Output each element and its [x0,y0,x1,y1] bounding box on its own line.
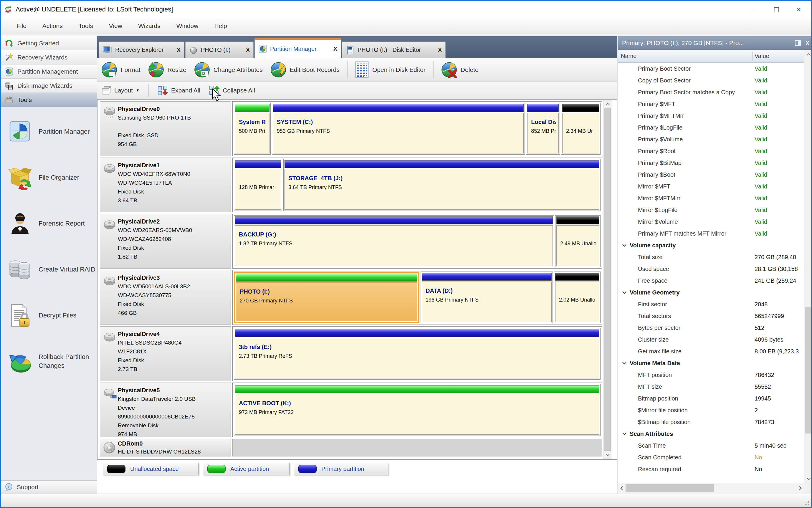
menu-window[interactable]: Window [168,18,207,34]
prop-section-scan-attributes[interactable]: Scan Attributes [618,428,805,440]
scroll-up-icon[interactable] [604,100,611,108]
tab-recovery-explorer[interactable]: Recovery ExplorerX [99,42,184,58]
tool-item-create-virtual-raid[interactable]: Create Virtual RAID [1,254,97,285]
prop-row-rescan-required[interactable]: Rescan requiredNo [618,463,805,475]
scroll-left-icon[interactable] [618,483,626,493]
prop-row-free-space[interactable]: Free space241 GB (259,24 [618,275,805,287]
edit-boot-records-button[interactable]: Edit Boot Records [270,62,340,78]
tab-photo-i-disk-editor[interactable]: PHOTO (I:) - Disk EditorX [342,42,445,58]
menu-wizards[interactable]: Wizards [130,18,168,34]
expand-all-button[interactable]: Expand All [158,85,200,95]
tab-photo-i[interactable]: PHOTO (I:)X [185,42,254,58]
drive-info[interactable]: PhysicalDrive2WDC WD20EARS-00MVWB0WD-WCA… [100,214,231,268]
scrollbar-thumb[interactable] [805,307,812,433]
scroll-down-icon[interactable] [804,475,812,482]
sidebar-item-partition-management[interactable]: Partition Management [1,65,97,79]
menu-view[interactable]: View [101,18,130,34]
drive-info[interactable]: PhysicalDrive5Kingston DataTraveler 2.0 … [100,383,231,437]
drive-info[interactable]: CDRom0HL-DT-STBDDVDRW CH12LS28 [100,439,231,457]
tool-item-file-organizer[interactable]: File Organizer [1,162,97,193]
prop-row-primary-root[interactable]: Primary $RootValid [618,145,805,157]
prop-row-first-sector[interactable]: First sector2048 [618,298,805,310]
tool-item-decrypt-files[interactable]: Decrypt Files [1,300,97,331]
format-button[interactable]: Format [101,62,140,78]
sidebar-item-support[interactable]: i Support [1,480,97,494]
column-value[interactable]: Value [755,50,769,62]
partition-unallocated[interactable]: 2.49 MB Unallo [555,215,601,267]
partition-storage-4tb-j[interactable]: STORAGE_4TB (J:)3.64 TB Primary NTFS [283,159,601,211]
prop-row-primary-boot-sector[interactable]: Primary Boot SectorValid [618,63,805,75]
prop-row-used-space[interactable]: Used space28.1 GB (30,158 [618,263,805,275]
prop-row-copy-of-boot-sector[interactable]: Copy of Boot SectorValid [618,75,805,86]
drive-info[interactable]: PhysicalDrive3WDC WD5001AALS-00L3B2WD-WC… [100,270,231,325]
tab-close-button[interactable]: X [177,47,180,53]
partition-3tb-refs-e[interactable]: 3tb refs (E:)2.73 TB Primary ReFS [234,328,601,380]
column-name[interactable]: Name [621,50,637,62]
prop-row-primary-mftmrr[interactable]: Primary $MFTMrrValid [618,110,805,122]
prop-row-total-size[interactable]: Total size270 GB (289,40 [618,251,805,263]
open-in-disk-editor-button[interactable]: Open in Disk Editor [355,61,426,78]
drive-info[interactable]: PhysicalDrive4INTEL SSDSC2BP480G4W1F2C81… [100,326,231,381]
tab-partition-manager[interactable]: Partition ManagerX [254,38,341,58]
sidebar-item-tools[interactable]: Tools [1,93,97,107]
tool-item-forensic-report[interactable]: Forensic Report [1,208,97,239]
prop-section-volume-meta-data[interactable]: Volume Meta Data [618,357,805,369]
prop-section-volume-geometry[interactable]: Volume Geometry [618,287,805,298]
scrollbar-thumb[interactable] [626,484,714,492]
change-attributes-button[interactable]: Change Attributes [194,62,263,78]
prop-row-total-sectors[interactable]: Total sectors565247999 [618,310,805,322]
tab-close-button[interactable]: X [246,47,250,53]
partition-unallocated[interactable]: 128 MB Primar [234,159,282,211]
dock-panel-icon[interactable] [795,40,801,46]
prop-row-primary-boot-sector-matches-a-copy[interactable]: Primary Boot Sector matches a CopyValid [618,86,805,98]
menu-file[interactable]: File [8,18,35,34]
properties-hscrollbar[interactable] [618,483,804,493]
prop-row-mirror-file-position[interactable]: $Mirror file position2 [618,404,805,416]
prop-row-mft-position[interactable]: MFT position786432 [618,369,805,381]
panel-close-button[interactable]: X [806,40,809,46]
partition-active-boot-k[interactable]: ACTIVE BOOT (K:)973 MB Primary FAT32 [234,384,601,436]
prop-row-mft-size[interactable]: MFT size55552 [618,381,805,392]
partition-local-disk[interactable]: Local Disk852 MB Pri [526,103,560,155]
tab-close-button[interactable]: X [438,47,442,53]
menu-tools[interactable]: Tools [71,18,101,34]
drive-info[interactable]: PhysicalDrive1WDC WD40EFRX-68WT0N0WD-WCC… [100,158,231,212]
sidebar-item-disk-image-wizards[interactable]: Disk Image Wizards [1,79,97,93]
prop-row-mirror-logfile[interactable]: Mirror $LogFileValid [618,204,805,216]
prop-row-primary-boot[interactable]: Primary $BootValid [618,169,805,180]
resize-button[interactable]: Resize [148,62,186,78]
maximize-button[interactable]: □ [765,1,787,18]
prop-row-bitmap-position[interactable]: Bitmap position19945 [618,392,805,404]
prop-row-get-max-file-size[interactable]: Get max file size8.00 EB (9,223,3 [618,345,805,357]
menu-actions[interactable]: Actions [35,18,71,34]
partition-unallocated[interactable]: 2.34 MB Ur [561,103,601,155]
close-button[interactable]: × [787,1,810,18]
prop-row-primary-bitmap[interactable]: Primary $BitMapValid [618,157,805,169]
scroll-up-icon[interactable] [804,51,812,58]
prop-row-bytes-per-sector[interactable]: Bytes per sector512 [618,322,805,334]
partition-system-r[interactable]: System R500 MB Pri [234,103,271,155]
drive-info[interactable]: SSDPhysicalDrive0Samsung SSD 960 PRO 1TB… [100,101,231,156]
prop-section-volume-capacity[interactable]: Volume capacity [618,240,805,251]
tool-item-rollback-partition-changes[interactable]: Rollback Partition Changes [1,346,97,377]
prop-row-bitmap-file-position[interactable]: $Bitmap file position784273 [618,416,805,428]
drive-list-scrollbar[interactable] [603,100,611,459]
partition-photo-i[interactable]: PHOTO (I:)270 GB Primary NTFS [234,271,419,323]
menu-help[interactable]: Help [206,18,235,34]
prop-row-mirror-mft[interactable]: Mirror $MFTValid [618,180,805,192]
tab-close-button[interactable]: X [333,46,337,52]
partition-system-c[interactable]: SYSTEM (C:)953 GB Primary NTFS [272,103,525,155]
prop-row-scan-time[interactable]: Scan Time5 min40 sec [618,440,805,452]
scroll-down-icon[interactable] [604,452,611,459]
scroll-right-icon[interactable] [797,483,804,493]
partition-backup-g[interactable]: BACKUP (G:)1.82 TB Primary NTFS [234,215,554,267]
scrollbar-thumb[interactable] [604,108,611,451]
properties-vscrollbar[interactable] [804,50,812,483]
prop-row-primary-mft[interactable]: Primary $MFTValid [618,98,805,110]
prop-row-cluster-size[interactable]: Cluster size4096 bytes [618,334,805,345]
prop-row-scan-completed[interactable]: Scan CompletedNo [618,452,805,463]
resize-grip[interactable] [804,500,809,507]
partition-unallocated[interactable]: 2.02 MB Unallo [554,271,601,323]
layout-button[interactable]: Layout ▼ [101,86,140,95]
sidebar-item-recovery-wizards[interactable]: Recovery Wizards [1,50,97,65]
